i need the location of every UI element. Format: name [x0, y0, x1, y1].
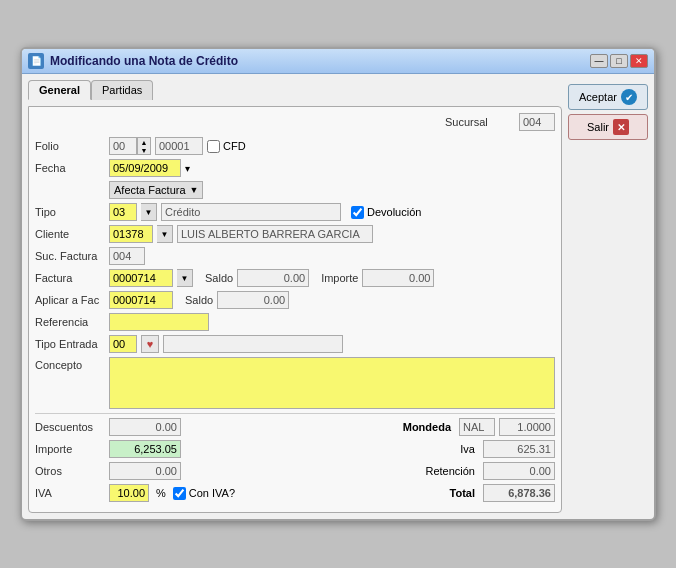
devolucion-group: Devolución — [351, 206, 421, 219]
folio-field2[interactable] — [155, 137, 203, 155]
moneda-field — [459, 418, 495, 436]
folio-label: Folio — [35, 140, 105, 152]
importe2-field[interactable] — [109, 440, 181, 458]
tipo-code-field[interactable] — [109, 203, 137, 221]
cfd-checkbox[interactable] — [207, 140, 220, 153]
suc-factura-field — [109, 247, 145, 265]
iva-label: Iva — [460, 443, 475, 455]
otros-field — [109, 462, 181, 480]
cliente-name-field — [177, 225, 373, 243]
moneda-label: Mondeda — [403, 421, 451, 433]
maximize-button[interactable]: □ — [610, 54, 628, 68]
otros-row: Otros Retención — [35, 462, 555, 480]
cliente-code-field[interactable] — [109, 225, 153, 243]
aceptar-button[interactable]: Aceptar ✔ — [568, 84, 648, 110]
factura-dropdown-btn[interactable]: ▼ — [177, 269, 193, 287]
cliente-dropdown-btn[interactable]: ▼ — [157, 225, 173, 243]
side-panel: Aceptar ✔ Salir ✕ — [568, 80, 648, 513]
retencion-label: Retención — [425, 465, 475, 477]
total-field — [483, 484, 555, 502]
suc-factura-row: Suc. Factura — [35, 247, 555, 265]
minimize-button[interactable]: — — [590, 54, 608, 68]
calendar-icon[interactable]: ▾ — [185, 163, 190, 174]
referencia-field[interactable] — [109, 313, 209, 331]
tipo-name-field — [161, 203, 341, 221]
con-iva-checkbox[interactable] — [173, 487, 186, 500]
concepto-row: Concepto — [35, 357, 555, 409]
check-icon: ✔ — [621, 89, 637, 105]
fecha-row: Fecha ▾ — [35, 159, 555, 177]
folio-field1[interactable] — [109, 137, 137, 155]
sucursal-label: Sucursal — [445, 116, 515, 128]
retencion-field — [483, 462, 555, 480]
tab-general[interactable]: General — [28, 80, 91, 100]
concepto-field[interactable] — [109, 357, 555, 409]
moneda-rate-field — [499, 418, 555, 436]
saldo2-label: Saldo — [185, 294, 213, 306]
titlebar-buttons: — □ ✕ — [590, 54, 648, 68]
titlebar: 📄 Modificando una Nota de Crédito — □ ✕ — [22, 49, 654, 74]
close-button[interactable]: ✕ — [630, 54, 648, 68]
pct-sign: % — [156, 487, 166, 499]
referencia-row: Referencia — [35, 313, 555, 331]
x-icon: ✕ — [613, 119, 629, 135]
tab-partidas[interactable]: Partidas — [91, 80, 153, 100]
folio-spinner: ▲ ▼ — [109, 137, 151, 155]
sucursal-field[interactable] — [519, 113, 555, 131]
tipo-entrada-name — [163, 335, 343, 353]
devolucion-label: Devolución — [367, 206, 421, 218]
aplicar-fac-label: Aplicar a Fac — [35, 294, 105, 306]
saldo2-field — [217, 291, 289, 309]
afecta-row: Afecta Factura ▼ — [35, 181, 555, 199]
descuentos-label: Descuentos — [35, 421, 105, 433]
factura-label: Factura — [35, 272, 105, 284]
concepto-label: Concepto — [35, 357, 105, 371]
folio-arrows: ▲ ▼ — [137, 137, 151, 155]
folio-row: Folio ▲ ▼ CFD — [35, 137, 555, 155]
folio-down[interactable]: ▼ — [138, 146, 150, 154]
cliente-label: Cliente — [35, 228, 105, 240]
cfd-group: CFD — [207, 140, 246, 153]
total-label: Total — [450, 487, 475, 499]
cfd-label: CFD — [223, 140, 246, 152]
factura-row: Factura ▼ Saldo Importe — [35, 269, 555, 287]
heart-icon[interactable]: ♥ — [141, 335, 159, 353]
window-title: Modificando una Nota de Crédito — [50, 54, 584, 68]
iva-pct-field[interactable] — [109, 484, 149, 502]
saldo-label: Saldo — [205, 272, 233, 284]
main-panel: General Partidas Sucursal Folio ▲ — [28, 80, 562, 513]
descuentos-field — [109, 418, 181, 436]
importe2-label: Importe — [35, 443, 105, 455]
importe-field — [362, 269, 434, 287]
tipo-entrada-row: Tipo Entrada ♥ — [35, 335, 555, 353]
salir-button[interactable]: Salir ✕ — [568, 114, 648, 140]
con-iva-group: Con IVA? — [173, 487, 235, 500]
aceptar-label: Aceptar — [579, 91, 617, 103]
factura-field[interactable] — [109, 269, 173, 287]
sucursal-row: Sucursal — [35, 113, 555, 131]
tipo-entrada-code[interactable] — [109, 335, 137, 353]
devolucion-checkbox[interactable] — [351, 206, 364, 219]
afecta-dropdown[interactable]: Afecta Factura ▼ — [109, 181, 203, 199]
form-area: Sucursal Folio ▲ ▼ — [28, 106, 562, 513]
iva-pct-row: IVA % Con IVA? Total — [35, 484, 555, 502]
iva-field — [483, 440, 555, 458]
tipo-label: Tipo — [35, 206, 105, 218]
cliente-row: Cliente ▼ — [35, 225, 555, 243]
afecta-label: Afecta Factura — [114, 184, 186, 196]
tipo-dropdown-btn[interactable]: ▼ — [141, 203, 157, 221]
main-window: 📄 Modificando una Nota de Crédito — □ ✕ … — [20, 47, 656, 521]
referencia-label: Referencia — [35, 316, 105, 328]
tab-bar: General Partidas — [28, 80, 562, 100]
saldo-field — [237, 269, 309, 287]
aplicar-fac-field[interactable] — [109, 291, 173, 309]
suc-factura-label: Suc. Factura — [35, 250, 105, 262]
iva-pct-label: IVA — [35, 487, 105, 499]
content-area: General Partidas Sucursal Folio ▲ — [22, 74, 654, 519]
window-icon: 📄 — [28, 53, 44, 69]
con-iva-label: Con IVA? — [189, 487, 235, 499]
fecha-label: Fecha — [35, 162, 105, 174]
fecha-field[interactable] — [109, 159, 181, 177]
salir-label: Salir — [587, 121, 609, 133]
folio-up[interactable]: ▲ — [138, 138, 150, 146]
